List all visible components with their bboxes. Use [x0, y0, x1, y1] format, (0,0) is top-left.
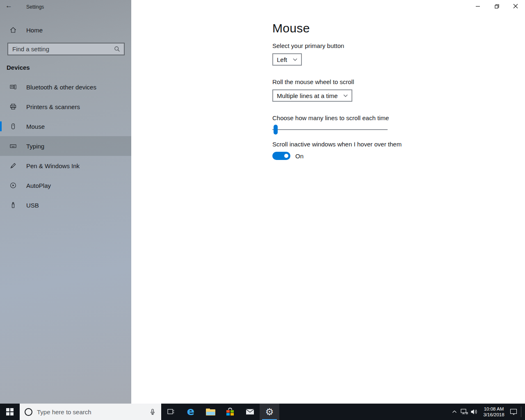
toggle-state-label: On: [295, 153, 304, 160]
volume-icon[interactable]: [469, 404, 479, 420]
show-desktop-separator: [521, 406, 521, 417]
home-label: Home: [26, 27, 43, 34]
wheel-scroll-value: Multiple lines at a time: [277, 92, 338, 99]
app-title: Settings: [26, 4, 44, 10]
show-desktop-button[interactable]: [523, 404, 525, 420]
lines-slider[interactable]: [272, 125, 388, 135]
start-button[interactable]: [0, 404, 20, 420]
system-tray: 10:08 AM 3/16/2018: [450, 404, 525, 420]
sidebar-nav: Bluetooth & other devices Printers & sca…: [0, 77, 131, 215]
sidebar-item-mouse[interactable]: Mouse: [0, 116, 131, 136]
gear-icon: ⚙: [265, 407, 274, 417]
clock-date: 3/16/2018: [479, 412, 509, 418]
find-setting-searchbox[interactable]: [7, 43, 125, 55]
cortana-icon: [25, 408, 32, 416]
sidebar-item-bluetooth[interactable]: Bluetooth & other devices: [0, 77, 131, 97]
primary-button-value: Left: [277, 56, 287, 63]
search-icon[interactable]: [114, 46, 120, 52]
network-icon[interactable]: [459, 404, 469, 420]
sidebar-section-devices: Devices: [7, 64, 30, 71]
primary-button-label: Select your primary button: [272, 42, 344, 49]
task-view-button[interactable]: [161, 404, 181, 420]
wheel-scroll-label: Roll the mouse wheel to scroll: [272, 78, 354, 85]
taskbar-apps: e ⚙: [161, 404, 279, 420]
slider-thumb[interactable]: [274, 125, 278, 135]
sidebar-item-pen[interactable]: Pen & Windows Ink: [0, 156, 131, 176]
pen-icon: [10, 162, 16, 169]
bluetooth-devices-icon: [10, 84, 16, 90]
sidebar-item-typing[interactable]: Typing: [0, 136, 131, 156]
clock-time: 10:08 AM: [479, 406, 509, 412]
toggle-knob: [284, 154, 288, 158]
tray-overflow-chevron-icon[interactable]: [450, 404, 459, 420]
wheel-scroll-dropdown[interactable]: Multiple lines at a time: [272, 89, 352, 102]
back-button[interactable]: ←: [5, 2, 12, 10]
settings-window: Mouse Select your primary button Left Ro…: [0, 0, 525, 420]
mail-icon: [246, 409, 254, 415]
taskbar: e ⚙ The Collection Book: [0, 404, 525, 420]
sidebar-item-home[interactable]: Home: [0, 23, 131, 37]
sidebar-item-usb[interactable]: USB: [0, 195, 131, 215]
close-button[interactable]: [506, 0, 525, 12]
folder-icon: [206, 409, 215, 415]
settings-taskbar-icon[interactable]: ⚙: [260, 404, 279, 420]
sidebar-item-autoplay[interactable]: AutoPlay: [0, 176, 131, 195]
inactive-scroll-toggle[interactable]: [272, 152, 290, 160]
sidebar-item-printers[interactable]: Printers & scanners: [0, 97, 131, 116]
keyboard-icon: [10, 143, 16, 149]
inactive-scroll-label: Scroll inactive windows when I hover ove…: [272, 141, 402, 148]
restore-button[interactable]: [487, 0, 506, 12]
edge-icon: e: [187, 406, 194, 417]
usb-icon: [10, 202, 16, 208]
taskbar-clock[interactable]: 10:08 AM 3/16/2018: [479, 406, 509, 418]
find-setting-input[interactable]: [8, 46, 114, 52]
edge-taskbar-icon[interactable]: e: [181, 404, 201, 420]
windows-logo-icon: [6, 408, 14, 415]
taskbar-search-input[interactable]: [32, 409, 149, 415]
printer-icon: [10, 103, 16, 110]
action-center-icon[interactable]: [509, 404, 518, 420]
page-title: Mouse: [272, 21, 310, 35]
taskbar-search[interactable]: [20, 404, 161, 420]
sidebar: ← Settings Home Devices Bluetooth & othe…: [0, 0, 131, 404]
slider-track[interactable]: [272, 129, 388, 130]
primary-button-dropdown[interactable]: Left: [272, 53, 302, 66]
lines-slider-label: Choose how many lines to scroll each tim…: [272, 114, 389, 121]
chevron-down-icon: [293, 58, 297, 61]
minimize-button[interactable]: [468, 0, 487, 12]
store-taskbar-icon[interactable]: [220, 404, 240, 420]
mail-taskbar-icon[interactable]: [240, 404, 260, 420]
content-area: Mouse Select your primary button Left Ro…: [131, 0, 525, 404]
mouse-icon: [10, 123, 16, 130]
chevron-down-icon: [343, 94, 348, 97]
microphone-icon[interactable]: [149, 409, 156, 415]
autoplay-icon: [10, 182, 16, 189]
store-icon: [226, 408, 235, 416]
file-explorer-taskbar-icon[interactable]: [201, 404, 220, 420]
home-icon: [10, 27, 16, 33]
window-controls: [468, 0, 525, 12]
